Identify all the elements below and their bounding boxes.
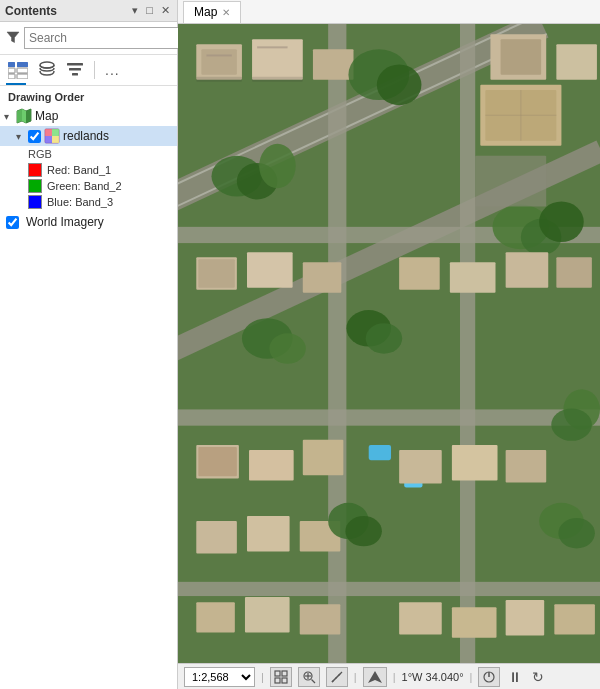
refresh-button[interactable]: ↻ [530,669,546,685]
zoom-button[interactable] [298,667,320,687]
svg-rect-33 [201,49,237,74]
svg-rect-20 [45,136,52,143]
status-separator-4: | [470,671,473,683]
svg-point-74 [366,323,403,353]
map-tab-label: Map [194,5,217,19]
svg-rect-21 [52,136,59,143]
map-tab[interactable]: Map ✕ [183,1,241,23]
blue-swatch [28,195,42,209]
red-swatch [28,163,42,177]
svg-rect-95 [275,678,280,683]
rgb-label: RGB [28,148,171,160]
more-options-button[interactable]: ... [103,60,122,80]
redlands-checkbox[interactable] [28,130,41,143]
database-view-button[interactable] [36,59,58,81]
svg-rect-28 [460,24,475,663]
panel-header: Contents ▾ □ ✕ [0,0,177,22]
svg-rect-46 [247,252,293,288]
svg-line-98 [311,679,315,683]
map-icon [16,108,32,124]
svg-rect-19 [52,129,59,136]
app-container: Contents ▾ □ ✕ [0,0,600,689]
svg-rect-65 [300,604,341,634]
svg-marker-14 [17,109,22,123]
map-status-bar: 1:2,568 1:5,000 1:10,000 | [178,663,600,689]
scale-selector[interactable]: 1:2,568 1:5,000 1:10,000 [184,667,255,687]
svg-rect-58 [303,440,344,476]
svg-rect-77 [206,54,231,56]
world-imagery-label: World Imagery [26,215,104,229]
world-imagery-checkbox[interactable] [6,216,19,229]
world-imagery-item[interactable]: World Imagery [0,212,177,232]
status-separator-2: | [354,671,357,683]
svg-line-102 [332,680,334,682]
svg-point-43 [377,65,422,106]
map-layer-item[interactable]: ▾ Map [0,106,177,126]
snap-to-button[interactable] [270,667,292,687]
svg-line-104 [338,674,340,676]
svg-marker-15 [26,109,31,123]
svg-rect-38 [556,44,597,80]
red-band-item: Red: Band_1 [28,162,171,178]
green-band-label: Green: Band_2 [47,180,122,192]
svg-rect-66 [399,450,442,483]
svg-rect-62 [556,257,592,287]
svg-rect-27 [328,24,346,663]
drawing-order-label: Drawing Order [0,86,177,106]
measure-button[interactable] [326,667,348,687]
map-panel: Map ✕ [178,0,600,689]
navigate-button[interactable] [363,667,387,687]
list-view-button[interactable] [6,59,30,81]
svg-rect-4 [8,68,15,73]
svg-marker-105 [368,671,382,683]
svg-rect-48 [369,445,391,460]
svg-rect-6 [17,62,28,67]
search-input[interactable] [24,27,184,49]
redlands-layer-name: redlands [63,129,109,143]
svg-rect-96 [282,678,287,683]
svg-rect-70 [452,607,497,637]
green-band-item: Green: Band_2 [28,178,171,194]
svg-rect-67 [452,445,498,481]
filter-view-button[interactable] [64,59,86,81]
redlands-layer-item[interactable]: ▾ redlands [0,126,177,146]
svg-point-90 [345,516,382,546]
svg-rect-45 [198,259,235,287]
map-tab-close-button[interactable]: ✕ [222,7,230,18]
svg-rect-11 [69,68,81,71]
svg-rect-34 [252,39,303,80]
status-separator-1: | [261,671,264,683]
expand-arrow-redlands: ▾ [16,131,28,142]
svg-rect-59 [399,257,440,289]
svg-rect-85 [475,156,546,207]
svg-line-103 [335,677,337,679]
status-separator-3: | [393,671,396,683]
filter-icon[interactable] [6,30,20,47]
panel-title: Contents [5,4,57,18]
svg-rect-47 [303,262,342,292]
more-icon: ... [105,62,120,78]
panel-pin-button[interactable]: ▾ [130,5,140,16]
svg-marker-0 [7,32,19,43]
svg-rect-93 [275,671,280,676]
svg-rect-94 [282,671,287,676]
pause-button[interactable]: ⏸ [506,669,524,685]
svg-rect-80 [252,77,303,82]
panel-close-button[interactable]: ✕ [159,5,172,16]
panel-float-button[interactable]: □ [144,5,155,16]
svg-rect-10 [67,63,83,66]
svg-rect-61 [506,252,549,288]
svg-rect-30 [178,409,600,425]
rotation-button[interactable] [478,667,500,687]
raster-icon [44,128,60,144]
map-tab-bar: Map ✕ [178,0,600,24]
svg-rect-63 [196,602,235,632]
map-viewport[interactable] [178,24,600,663]
svg-point-76 [551,408,592,440]
blue-band-label: Blue: Band_3 [47,196,113,208]
expand-arrow-map: ▾ [4,111,16,122]
svg-rect-35 [313,49,354,79]
status-coordinates: 1°W 34.040° [402,671,464,683]
svg-rect-31 [178,582,600,596]
svg-rect-79 [196,77,242,82]
